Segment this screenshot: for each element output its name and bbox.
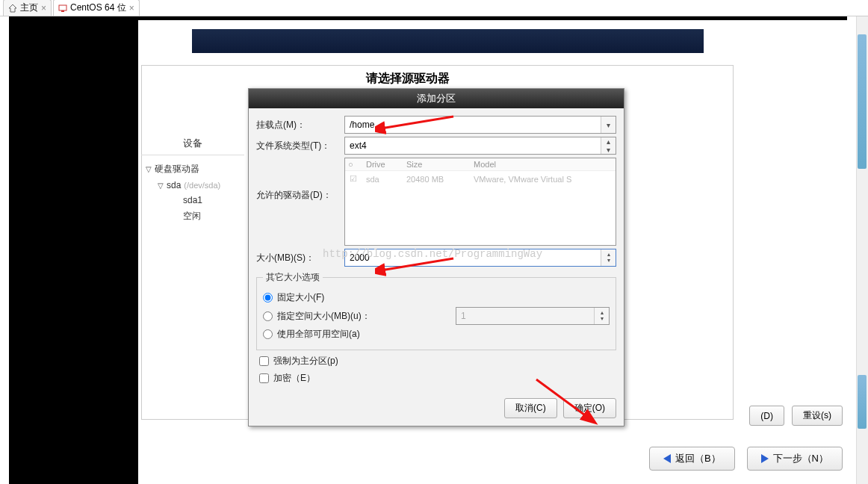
reset-button[interactable]: 重设(s)	[792, 406, 843, 426]
col-check: ○	[348, 160, 359, 169]
mount-input[interactable]	[345, 117, 601, 133]
tree-hdd[interactable]: ▽ 硬盘驱动器	[141, 161, 244, 178]
tree-label: 硬盘驱动器	[155, 163, 199, 176]
drive-name: sda	[366, 175, 399, 184]
arrow-right-icon	[761, 454, 769, 463]
fieldset-legend: 其它大小选项	[263, 271, 323, 284]
spinner-arrows-icon[interactable]: ▴▾	[594, 308, 609, 324]
section-title: 请选择源驱动器	[366, 71, 450, 87]
close-icon[interactable]: ×	[41, 3, 46, 13]
tree-label: 空闲	[183, 210, 201, 223]
mount-combo[interactable]: ▾	[344, 116, 616, 134]
panel-buttons: (D) 重设(s)	[749, 406, 843, 426]
tree-free[interactable]: 空闲	[141, 208, 244, 225]
size-label: 大小(MB)(S)：	[256, 252, 340, 264]
scrollbar-thumb[interactable]	[858, 34, 867, 169]
tab-home[interactable]: 主页 ×	[3, 0, 52, 16]
col-size: Size	[406, 160, 466, 169]
fs-label: 文件系统类型(T)：	[256, 140, 340, 152]
d-button[interactable]: (D)	[749, 406, 784, 426]
radio-label: 指定空间大小(MB)(u)：	[277, 310, 371, 323]
tree-label: sda1	[183, 195, 202, 205]
allowed-drives-list[interactable]: ○ Drive Size Model ☑ sda 20480 MB VMware…	[344, 158, 616, 246]
button-label: 返回（B）	[675, 452, 721, 465]
spinner-arrows-icon[interactable]: ▴▾	[601, 249, 616, 266]
vm-icon	[58, 4, 67, 13]
other-size-options: 其它大小选项 固定大小(F) 指定空间大小(MB)(u)： ▴▾ 使用全部可用空…	[256, 271, 616, 350]
drive-size: 20480 MB	[406, 175, 466, 184]
chevron-down-icon[interactable]: ▾	[601, 117, 616, 133]
home-icon	[8, 4, 17, 13]
spinner-arrows-icon[interactable]: ▴▾	[601, 137, 616, 154]
encrypt-check[interactable]	[259, 373, 269, 383]
svg-rect-1	[61, 10, 64, 12]
add-partition-dialog: 添加分区 挂载点(M)： ▾ 文件系统类型(T)： ▴▾ 允许的驱动器(D)：	[248, 88, 624, 426]
cancel-button[interactable]: 取消(C)	[504, 398, 557, 418]
tree-toggle-icon[interactable]: ▽	[158, 182, 164, 190]
tab-label: 主页	[20, 1, 38, 14]
nav-buttons: 返回（B） 下一步（N）	[141, 447, 843, 471]
radio-all[interactable]	[263, 329, 273, 339]
drive-model: VMware, VMware Virtual S	[474, 175, 571, 184]
drive-check[interactable]: ☑	[348, 174, 359, 184]
col-model: Model	[474, 160, 496, 169]
col-drive: Drive	[366, 160, 399, 169]
radio-label: 固定大小(F)	[277, 291, 324, 304]
dialog-title: 添加分区	[249, 89, 624, 108]
device-tree: ▽ 硬盘驱动器 ▽ sda (/dev/sda) sda1 空闲	[141, 161, 244, 225]
next-button[interactable]: 下一步（N）	[747, 447, 843, 471]
tree-toggle-icon[interactable]: ▽	[146, 165, 152, 173]
fs-combo[interactable]: ▴▾	[344, 137, 616, 155]
tree-label: sda	[167, 180, 181, 190]
tree-sda[interactable]: ▽ sda (/dev/sda)	[141, 178, 244, 193]
drive-row[interactable]: ☑ sda 20480 MB VMware, VMware Virtual S	[345, 171, 616, 187]
arrow-left-icon	[663, 454, 671, 463]
scrollbar-thumb[interactable]	[858, 375, 867, 429]
tab-bar: 主页 × CentOS 64 位 ×	[0, 0, 868, 16]
radio-fillup[interactable]	[263, 311, 273, 321]
size-input[interactable]	[345, 249, 601, 266]
right-scrollbar[interactable]	[856, 16, 868, 484]
fillup-input	[456, 308, 594, 324]
radio-label: 使用全部可用空间(a)	[277, 328, 360, 341]
fs-input[interactable]	[345, 137, 601, 154]
radio-fixed[interactable]	[263, 293, 273, 302]
button-label: 下一步（N）	[773, 452, 828, 465]
tab-vm[interactable]: CentOS 64 位 ×	[53, 0, 140, 16]
fillup-spinner[interactable]: ▴▾	[456, 307, 610, 325]
check-label: 强制为主分区(p)	[273, 355, 338, 367]
device-column-header: 设备	[141, 132, 244, 155]
allowed-label: 允许的驱动器(D)：	[256, 189, 340, 202]
mount-label: 挂载点(M)：	[256, 119, 340, 131]
vm-viewport: 请选择源驱动器 设备 ▽ 硬盘驱动器 ▽ sda (/dev/sda) sda1…	[9, 16, 847, 484]
back-button[interactable]: 返回（B）	[649, 447, 735, 471]
force-primary-check[interactable]	[259, 356, 269, 366]
tree-sda1[interactable]: sda1	[141, 193, 244, 208]
close-icon[interactable]: ×	[129, 3, 134, 13]
tab-label: CentOS 64 位	[70, 1, 126, 14]
tree-meta: (/dev/sda)	[184, 181, 220, 190]
installer-banner	[192, 29, 704, 53]
svg-rect-0	[59, 5, 66, 10]
ok-button[interactable]: 确定(O)	[563, 398, 616, 418]
check-label: 加密（E）	[273, 372, 315, 385]
size-spinner[interactable]: ▴▾	[344, 249, 616, 267]
